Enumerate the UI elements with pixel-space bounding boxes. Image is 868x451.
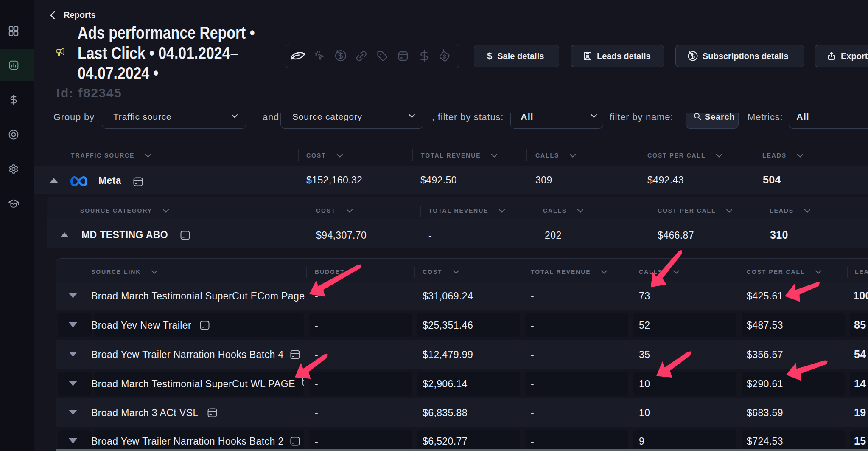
svg-text:$: $ (442, 53, 447, 60)
